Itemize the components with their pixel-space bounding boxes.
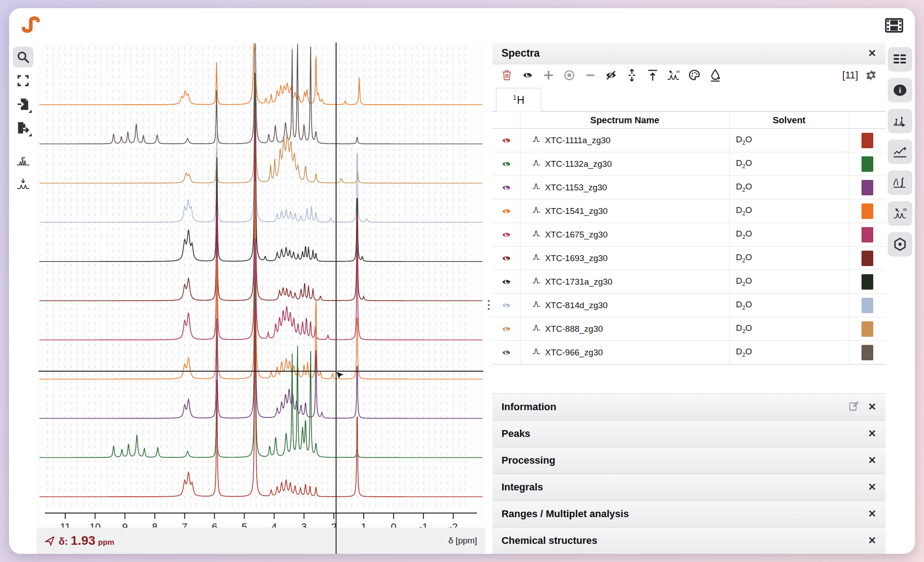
spectrum-row[interactable]: XTC-1731a_zg30D2O: [492, 270, 885, 294]
visibility-eye-icon[interactable]: [492, 223, 520, 246]
visibility-eye-icon[interactable]: [492, 270, 520, 293]
menu-corner-marker: [29, 110, 32, 113]
show-eye-icon[interactable]: [520, 67, 536, 83]
zoom-tool-button[interactable]: [13, 47, 34, 68]
visibility-eye-icon[interactable]: [492, 341, 520, 364]
sidebar-integrals-button[interactable]: [888, 170, 912, 195]
sidebar-structures-button[interactable]: [888, 232, 912, 257]
color-indicator[interactable]: [849, 129, 886, 152]
color-indicator[interactable]: [849, 223, 886, 246]
close-icon[interactable]: ✕: [868, 536, 876, 546]
nmr-trace: [39, 133, 482, 340]
spectrum-row[interactable]: XTC-1693_zg30D2O: [492, 247, 885, 270]
visibility-eye-icon[interactable]: [492, 176, 520, 199]
delete-icon[interactable]: [499, 67, 515, 83]
top-bar: [9, 8, 915, 43]
close-icon[interactable]: ✕: [868, 402, 876, 412]
spectrum-row[interactable]: XTC-1153_zg30D2O: [492, 176, 885, 199]
color-indicator[interactable]: [849, 199, 886, 223]
spectra-panel-header[interactable]: Spectra ✕: [492, 43, 885, 64]
spectrum-row[interactable]: XTC-1675_zg30D2O: [492, 223, 885, 247]
tab-1h[interactable]: 1H: [496, 88, 541, 111]
accordion-label: Peaks: [501, 428, 530, 440]
export-button[interactable]: [13, 117, 34, 138]
spectra-toolbar: m [11]: [492, 64, 885, 86]
color-indicator[interactable]: [849, 317, 886, 340]
information-icon: i: [893, 83, 907, 97]
accordion-peaks[interactable]: Peaks✕: [492, 420, 885, 447]
accordion-section: Information✕Peaks✕Processing✕Integrals✕R…: [492, 393, 885, 554]
sidebar-information-button[interactable]: i: [888, 78, 912, 102]
accordion-label: Ranges / Multiplet analysis: [501, 508, 629, 520]
axis-tick-label: 3: [301, 521, 307, 528]
spectra-count-badge: [11]: [842, 69, 858, 81]
spectrum-name: XTC-1731a_zg30: [545, 277, 612, 287]
accordion-information[interactable]: Information✕: [492, 393, 885, 420]
accordion-integrals[interactable]: Integrals✕: [492, 474, 885, 500]
spectrum-row[interactable]: XTC-1132a_zg30D2O: [492, 152, 885, 176]
add-icon[interactable]: [540, 67, 557, 83]
visibility-eye-icon[interactable]: [492, 129, 520, 152]
apodization-button[interactable]: [13, 174, 34, 195]
edit-icon[interactable]: [848, 401, 860, 413]
delta-value: 1.93: [71, 533, 96, 548]
import-icon: [16, 97, 30, 111]
spectrum-name: XTC-888_zg30: [545, 324, 603, 334]
panel-resize-handle[interactable]: [485, 43, 492, 554]
visibility-eye-icon[interactable]: [492, 247, 520, 270]
color-indicator[interactable]: [849, 294, 886, 317]
spectrum-row[interactable]: XTC-966_zg30D2O: [492, 341, 885, 364]
color-indicator[interactable]: [849, 176, 886, 199]
spectra-viewer[interactable]: 11109876543210-1-2 δ: 1.93 ppm δ [ppm]: [37, 43, 485, 554]
visibility-eye-icon[interactable]: [492, 294, 520, 317]
sidebar-multiplet-button[interactable]: m: [888, 201, 912, 226]
accordion-chemical-structures[interactable]: Chemical structures✕: [492, 527, 885, 554]
color-indicator[interactable]: [849, 270, 886, 293]
import-button[interactable]: [13, 94, 34, 115]
visibility-eye-icon[interactable]: [492, 152, 520, 175]
fill-color-icon[interactable]: [707, 67, 723, 83]
close-icon[interactable]: ✕: [868, 455, 876, 465]
accordion-ranges-multiplet-analysis[interactable]: Ranges / Multiplet analysis✕: [492, 500, 885, 527]
cursor-delta-readout: δ: 1.93 ppm: [44, 533, 114, 548]
color-indicator[interactable]: [849, 152, 886, 175]
multiplet-add-icon[interactable]: m: [665, 67, 682, 83]
close-icon[interactable]: ✕: [868, 429, 876, 439]
spectrum-solvent: D2O: [730, 247, 849, 270]
nmr-trace: [39, 52, 482, 223]
color-indicator[interactable]: [849, 247, 886, 270]
processing-icon: [893, 145, 907, 159]
circle-target-icon[interactable]: [561, 67, 578, 83]
sidebar-peaks-button[interactable]: [888, 109, 912, 133]
hide-eye-icon[interactable]: [603, 67, 619, 83]
spectra-table: Spectrum Name Solvent XTC-1111a_zg30D2OX…: [492, 111, 885, 365]
sidebar-processing-button[interactable]: [888, 140, 912, 164]
unfold-vertical-icon[interactable]: [624, 67, 640, 83]
spectrum-row[interactable]: XTC-888_zg30D2O: [492, 317, 885, 341]
minus-icon[interactable]: [582, 67, 598, 83]
fullscreen-button[interactable]: [13, 70, 34, 91]
palette-icon[interactable]: [686, 67, 703, 83]
nmr-trace: [39, 44, 482, 105]
spectrum-row[interactable]: XTC-814d_zg30D2O: [492, 294, 885, 317]
sidebar-spectra-button[interactable]: [888, 47, 912, 72]
axis-tick-label: 5: [242, 521, 247, 528]
visibility-eye-icon[interactable]: [492, 199, 520, 223]
accordion-processing[interactable]: Processing✕: [492, 447, 885, 474]
film-icon[interactable]: [885, 18, 903, 33]
multiple-spectra-analysis-button[interactable]: [13, 151, 34, 172]
visibility-eye-icon[interactable]: [492, 317, 520, 340]
settings-gear-icon[interactable]: [863, 67, 879, 83]
spectrum-row[interactable]: XTC-1541_zg30D2O: [492, 199, 885, 223]
close-icon[interactable]: ✕: [868, 509, 876, 519]
align-top-icon[interactable]: [645, 67, 661, 83]
spectrum-name: XTC-1541_zg30: [545, 206, 607, 216]
zoom-icon: [16, 50, 30, 64]
nmr-trace: [39, 107, 482, 300]
spectrum-row[interactable]: XTC-1111a_zg30D2O: [492, 129, 885, 152]
close-icon[interactable]: ✕: [868, 48, 876, 58]
close-icon[interactable]: ✕: [868, 482, 876, 492]
spectrum-peak-icon: [532, 206, 540, 216]
header-color-column: [849, 112, 886, 128]
color-indicator[interactable]: [849, 341, 886, 364]
